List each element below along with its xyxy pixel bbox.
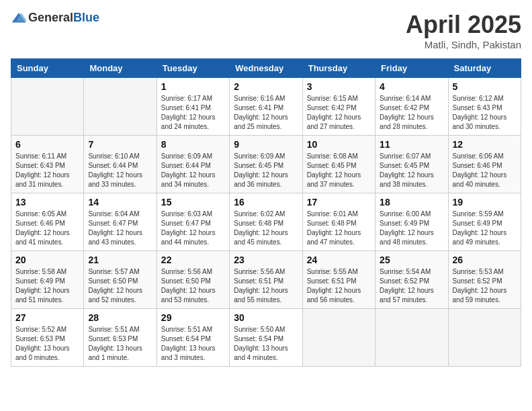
calendar-cell: 1Sunrise: 6:17 AMSunset: 6:41 PMDaylight…: [157, 78, 229, 136]
calendar-cell: 19Sunrise: 5:59 AMSunset: 6:49 PMDayligh…: [448, 193, 521, 251]
day-number: 12: [453, 139, 517, 150]
title-area: April 2025 Matli, Sindh, Pakistan: [406, 11, 521, 50]
day-info: Sunrise: 6:07 AMSunset: 6:45 PMDaylight:…: [380, 152, 443, 189]
day-number: 13: [15, 197, 79, 208]
calendar-header-row: SundayMondayTuesdayWednesdayThursdayFrid…: [11, 59, 521, 78]
day-number: 25: [380, 255, 443, 265]
weekday-header: Sunday: [11, 59, 84, 78]
day-number: 21: [88, 255, 152, 265]
logo-icon: [11, 11, 27, 25]
day-info: Sunrise: 5:58 AMSunset: 6:49 PMDaylight:…: [15, 267, 79, 305]
day-number: 20: [15, 255, 79, 265]
weekday-header: Saturday: [448, 59, 521, 78]
day-info: Sunrise: 5:53 AMSunset: 6:52 PMDaylight:…: [453, 267, 517, 305]
day-info: Sunrise: 6:11 AMSunset: 6:43 PMDaylight:…: [15, 152, 79, 189]
day-number: 15: [161, 197, 225, 208]
calendar-cell: 7Sunrise: 6:10 AMSunset: 6:44 PMDaylight…: [84, 136, 157, 193]
weekday-header: Tuesday: [157, 59, 229, 78]
calendar-cell: 2Sunrise: 6:16 AMSunset: 6:41 PMDaylight…: [230, 78, 302, 136]
day-info: Sunrise: 6:14 AMSunset: 6:42 PMDaylight:…: [380, 94, 443, 132]
calendar-cell: [448, 309, 521, 367]
calendar-cell: 8Sunrise: 6:09 AMSunset: 6:44 PMDaylight…: [157, 136, 229, 193]
day-number: 7: [88, 139, 152, 150]
day-number: 6: [15, 139, 79, 150]
day-info: Sunrise: 5:50 AMSunset: 6:54 PMDaylight:…: [234, 325, 298, 363]
calendar-cell: 17Sunrise: 6:01 AMSunset: 6:48 PMDayligh…: [302, 193, 375, 251]
location-subtitle: Matli, Sindh, Pakistan: [406, 39, 521, 50]
day-number: 1: [161, 81, 225, 92]
calendar-cell: 14Sunrise: 6:04 AMSunset: 6:47 PMDayligh…: [84, 193, 157, 251]
day-info: Sunrise: 5:51 AMSunset: 6:53 PMDaylight:…: [88, 325, 152, 363]
calendar-cell: 16Sunrise: 6:02 AMSunset: 6:48 PMDayligh…: [230, 193, 302, 251]
calendar-cell: 15Sunrise: 6:03 AMSunset: 6:47 PMDayligh…: [157, 193, 229, 251]
day-number: 8: [161, 139, 225, 150]
header: GeneralBlue April 2025 Matli, Sindh, Pak…: [11, 11, 521, 50]
weekday-header: Monday: [84, 59, 157, 78]
calendar-cell: 26Sunrise: 5:53 AMSunset: 6:52 PMDayligh…: [448, 251, 521, 309]
calendar-cell: 21Sunrise: 5:57 AMSunset: 6:50 PMDayligh…: [84, 251, 157, 309]
day-info: Sunrise: 6:16 AMSunset: 6:41 PMDaylight:…: [234, 94, 298, 132]
weekday-header: Wednesday: [230, 59, 302, 78]
day-number: 16: [234, 197, 298, 208]
day-number: 2: [234, 81, 298, 92]
day-number: 4: [380, 81, 443, 92]
day-number: 10: [307, 139, 371, 150]
day-number: 26: [453, 255, 517, 265]
calendar-cell: 9Sunrise: 6:09 AMSunset: 6:45 PMDaylight…: [230, 136, 302, 193]
day-info: Sunrise: 6:17 AMSunset: 6:41 PMDaylight:…: [161, 94, 225, 132]
day-info: Sunrise: 6:01 AMSunset: 6:48 PMDaylight:…: [307, 210, 371, 247]
calendar-cell: 20Sunrise: 5:58 AMSunset: 6:49 PMDayligh…: [11, 251, 84, 309]
calendar-cell: [84, 78, 157, 136]
day-info: Sunrise: 6:03 AMSunset: 6:47 PMDaylight:…: [161, 210, 225, 247]
day-info: Sunrise: 5:56 AMSunset: 6:51 PMDaylight:…: [234, 267, 298, 305]
day-number: 9: [234, 139, 298, 150]
day-info: Sunrise: 6:12 AMSunset: 6:43 PMDaylight:…: [453, 94, 517, 132]
calendar-week-row: 27Sunrise: 5:52 AMSunset: 6:53 PMDayligh…: [11, 309, 521, 367]
day-info: Sunrise: 5:51 AMSunset: 6:54 PMDaylight:…: [161, 325, 225, 363]
day-number: 14: [88, 197, 152, 208]
calendar-table: SundayMondayTuesdayWednesdayThursdayFrid…: [11, 58, 521, 367]
calendar-week-row: 6Sunrise: 6:11 AMSunset: 6:43 PMDaylight…: [11, 136, 521, 193]
calendar-week-row: 13Sunrise: 6:05 AMSunset: 6:46 PMDayligh…: [11, 193, 521, 251]
calendar-cell: 11Sunrise: 6:07 AMSunset: 6:45 PMDayligh…: [375, 136, 448, 193]
calendar-cell: 25Sunrise: 5:54 AMSunset: 6:52 PMDayligh…: [375, 251, 448, 309]
calendar-cell: 27Sunrise: 5:52 AMSunset: 6:53 PMDayligh…: [11, 309, 84, 367]
day-info: Sunrise: 6:10 AMSunset: 6:44 PMDaylight:…: [88, 152, 152, 189]
calendar-cell: 3Sunrise: 6:15 AMSunset: 6:42 PMDaylight…: [302, 78, 375, 136]
day-info: Sunrise: 6:09 AMSunset: 6:45 PMDaylight:…: [234, 152, 298, 189]
calendar-cell: 29Sunrise: 5:51 AMSunset: 6:54 PMDayligh…: [157, 309, 229, 367]
day-info: Sunrise: 6:04 AMSunset: 6:47 PMDaylight:…: [88, 210, 152, 247]
calendar-cell: [302, 309, 375, 367]
day-number: 11: [380, 139, 443, 150]
month-year-title: April 2025: [406, 11, 521, 39]
calendar-cell: 12Sunrise: 6:06 AMSunset: 6:46 PMDayligh…: [448, 136, 521, 193]
logo-blue-text: Blue: [73, 11, 99, 24]
calendar-cell: 5Sunrise: 6:12 AMSunset: 6:43 PMDaylight…: [448, 78, 521, 136]
day-number: 22: [161, 255, 225, 265]
logo-general-text: General: [28, 11, 73, 24]
day-info: Sunrise: 5:57 AMSunset: 6:50 PMDaylight:…: [88, 267, 152, 305]
day-info: Sunrise: 5:54 AMSunset: 6:52 PMDaylight:…: [380, 267, 443, 305]
day-number: 17: [307, 197, 371, 208]
day-info: Sunrise: 6:02 AMSunset: 6:48 PMDaylight:…: [234, 210, 298, 247]
day-info: Sunrise: 6:00 AMSunset: 6:49 PMDaylight:…: [380, 210, 443, 247]
day-info: Sunrise: 6:06 AMSunset: 6:46 PMDaylight:…: [453, 152, 517, 189]
day-number: 23: [234, 255, 298, 265]
day-number: 3: [307, 81, 371, 92]
calendar-cell: 6Sunrise: 6:11 AMSunset: 6:43 PMDaylight…: [11, 136, 84, 193]
calendar-cell: 23Sunrise: 5:56 AMSunset: 6:51 PMDayligh…: [230, 251, 302, 309]
calendar-cell: [11, 78, 84, 136]
day-info: Sunrise: 6:09 AMSunset: 6:44 PMDaylight:…: [161, 152, 225, 189]
day-number: 30: [234, 312, 298, 323]
weekday-header: Thursday: [302, 59, 375, 78]
day-info: Sunrise: 6:08 AMSunset: 6:45 PMDaylight:…: [307, 152, 371, 189]
calendar-week-row: 1Sunrise: 6:17 AMSunset: 6:41 PMDaylight…: [11, 78, 521, 136]
calendar-cell: 13Sunrise: 6:05 AMSunset: 6:46 PMDayligh…: [11, 193, 84, 251]
day-info: Sunrise: 6:05 AMSunset: 6:46 PMDaylight:…: [15, 210, 79, 247]
calendar-cell: 28Sunrise: 5:51 AMSunset: 6:53 PMDayligh…: [84, 309, 157, 367]
day-info: Sunrise: 5:55 AMSunset: 6:51 PMDaylight:…: [307, 267, 371, 305]
calendar-cell: 22Sunrise: 5:56 AMSunset: 6:50 PMDayligh…: [157, 251, 229, 309]
day-number: 5: [453, 81, 517, 92]
logo: GeneralBlue: [11, 11, 99, 25]
calendar-cell: 18Sunrise: 6:00 AMSunset: 6:49 PMDayligh…: [375, 193, 448, 251]
